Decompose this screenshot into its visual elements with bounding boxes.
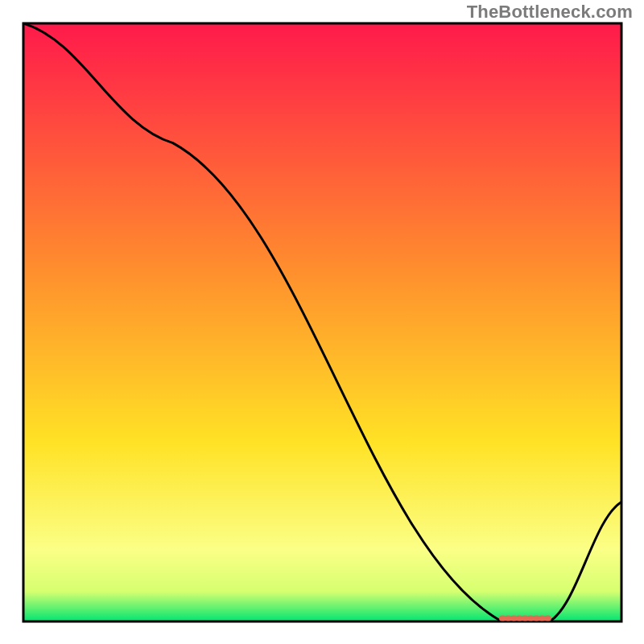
plot-background — [23, 23, 621, 621]
chart-container: TheBottleneck.com — [0, 0, 644, 644]
bottleneck-chart — [0, 0, 644, 644]
